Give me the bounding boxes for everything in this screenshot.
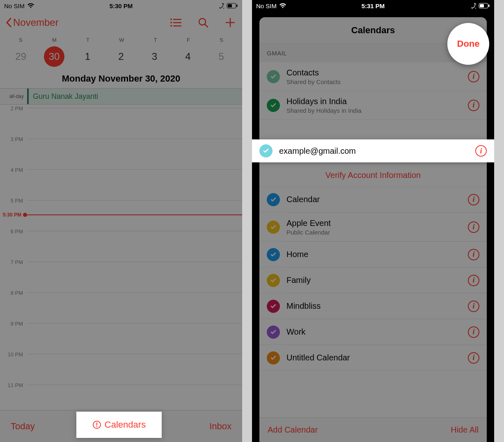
svg-rect-8 [173, 25, 181, 27]
done-button[interactable]: Done [447, 23, 489, 65]
wifi-icon [27, 3, 34, 9]
svg-point-5 [170, 22, 172, 23]
info-icon[interactable]: i [468, 352, 479, 364]
calendar-subtitle: Shared by Holidays in India [286, 107, 461, 114]
carrier-label: No SIM [256, 2, 277, 9]
calendar-name: example@gmail.com [279, 146, 469, 156]
calendars-button-label: Calendars [105, 419, 146, 430]
info-icon[interactable]: i [468, 221, 479, 233]
svg-rect-6 [173, 22, 181, 23]
battery-icon [227, 3, 238, 9]
allday-row: all-day Guru Nanak Jayanti [0, 88, 242, 105]
calendar-name: Untitled Calendar [286, 353, 461, 362]
check-icon [267, 99, 280, 112]
calendar-subtitle: Public Calendar [286, 229, 461, 236]
today-button[interactable]: Today [11, 421, 35, 432]
weekday: T [154, 37, 157, 43]
weekday: S [19, 37, 23, 43]
calendar-name: Contacts [286, 68, 461, 77]
hour-grid[interactable]: 2 PM 3 PM 4 PM 5 PM 6 PM 7 PM 8 PM 9 PM … [0, 105, 242, 412]
section-title: GMAIL [267, 50, 287, 57]
verify-account-button[interactable]: Verify Account Information [259, 164, 487, 187]
info-icon[interactable]: i [468, 275, 479, 286]
date-cell-today[interactable]: 30 [40, 46, 68, 67]
date-cell[interactable]: 1 [74, 51, 102, 62]
calendar-row-work[interactable]: Work i [259, 319, 487, 345]
info-icon[interactable]: i [468, 301, 479, 312]
allday-event[interactable]: Guru Nanak Jayanti [27, 89, 242, 104]
svg-point-7 [170, 25, 172, 27]
back-label: November [13, 17, 59, 28]
add-calendar-button[interactable]: Add Calendar [268, 425, 318, 435]
hour-label: 10 PM [0, 351, 27, 358]
inbox-button[interactable]: Inbox [209, 421, 231, 432]
date-cell[interactable]: 2 [107, 51, 135, 62]
hour-label: 3 PM [0, 135, 27, 142]
calendar-row-untitled[interactable]: Untitled Calendar i [259, 345, 487, 371]
check-icon [267, 351, 280, 365]
search-icon[interactable] [197, 16, 209, 29]
hour-label: 11 PM [0, 381, 27, 388]
clock: 5:31 PM [362, 2, 385, 9]
calendars-button[interactable]: Calendars [76, 412, 162, 438]
dnd-icon [218, 3, 224, 9]
date-cell[interactable]: 4 [174, 51, 202, 62]
done-label: Done [457, 39, 480, 49]
calendar-row-contacts[interactable]: Contacts Shared by Contacts i [259, 62, 487, 91]
svg-point-3 [170, 18, 172, 20]
check-icon [267, 221, 280, 234]
list-icon[interactable] [170, 16, 182, 29]
check-icon [267, 326, 280, 339]
calendar-row-email[interactable]: example@gmail.com i [252, 139, 494, 162]
weekday: W [119, 37, 124, 43]
check-icon [267, 70, 280, 83]
hour-label: 7 PM [0, 258, 27, 265]
hide-all-button[interactable]: Hide All [451, 425, 479, 435]
clock: 5:30 PM [110, 2, 133, 9]
phone-left: No SIM 5:30 PM November [0, 0, 242, 442]
check-icon [267, 274, 280, 287]
calendar-name: Family [286, 276, 461, 285]
date-cell[interactable]: 29 [7, 51, 35, 62]
sheet-footer: Add Calendar Hide All [259, 417, 487, 442]
phone-right: No SIM 5:31 PM Calendars GMAIL HIDE ALL [252, 0, 494, 442]
calendar-row-apple-event[interactable]: Apple Event Public Calendar i [259, 213, 487, 242]
current-time-indicator: 5:30 PM [0, 212, 242, 218]
svg-point-15 [96, 426, 98, 427]
calendar-row-home[interactable]: Home i [259, 242, 487, 267]
calendar-name: Mindbliss [286, 301, 461, 311]
date-cell[interactable]: 5 [207, 51, 235, 62]
date-cell[interactable]: 3 [140, 51, 168, 62]
check-icon [259, 144, 273, 157]
battery-icon [479, 3, 490, 9]
svg-rect-2 [236, 5, 238, 7]
info-icon[interactable]: i [468, 249, 479, 260]
calendar-name: Apple Event [286, 219, 461, 228]
calendar-name: Home [286, 250, 461, 259]
calendar-row-holidays[interactable]: Holidays in India Shared by Holidays in … [259, 91, 487, 120]
calendar-row-family[interactable]: Family i [259, 268, 487, 293]
weekday: T [86, 37, 89, 43]
info-icon[interactable]: i [475, 145, 487, 157]
calendar-name: Holidays in India [286, 97, 461, 106]
calendar-row-mindbliss[interactable]: Mindbliss i [259, 294, 487, 319]
back-button[interactable]: November [6, 17, 59, 28]
hour-label: 5 PM [0, 197, 27, 204]
svg-line-10 [205, 24, 208, 27]
info-icon[interactable]: i [468, 100, 479, 111]
calendar-subtitle: Shared by Contacts [286, 78, 461, 85]
wifi-icon [279, 3, 286, 9]
info-icon[interactable]: i [468, 194, 479, 205]
full-date-label: Monday November 30, 2020 [0, 71, 242, 88]
status-bar: No SIM 5:31 PM [252, 0, 494, 11]
weekday: M [52, 37, 57, 43]
add-icon[interactable] [224, 16, 236, 29]
calendar-row-calendar[interactable]: Calendar i [259, 187, 487, 212]
svg-rect-1 [228, 4, 232, 7]
hour-label: 9 PM [0, 320, 27, 327]
calendars-sheet: Calendars GMAIL HIDE ALL Contacts Shared… [259, 17, 487, 442]
weekday-row: S M T W T F S [0, 34, 242, 44]
info-icon[interactable]: i [468, 71, 479, 82]
weekday: S [220, 37, 223, 43]
info-icon[interactable]: i [468, 326, 479, 338]
